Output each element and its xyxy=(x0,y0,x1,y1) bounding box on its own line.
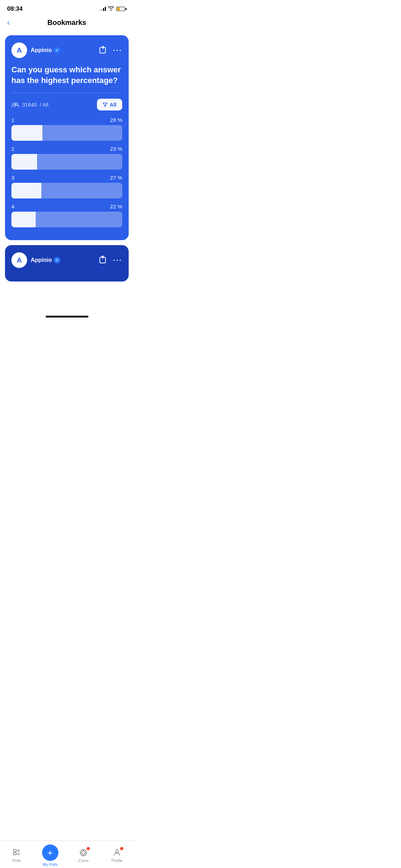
wifi-icon xyxy=(108,6,114,12)
home-indicator xyxy=(46,316,88,317)
card-divider xyxy=(11,93,122,93)
filter-button[interactable]: All xyxy=(97,99,122,110)
poll-card-1: A Appinio ✓ ··· Can you guess which answ… xyxy=(5,35,129,240)
bar-percent: 23 % xyxy=(110,146,122,152)
stats-row: 31640 / All All xyxy=(11,99,122,110)
status-icons xyxy=(99,6,127,12)
bar-item-4: 4 22 % xyxy=(11,203,122,227)
bar-track xyxy=(11,212,122,227)
bar-label-row: 1 28 % xyxy=(11,117,122,123)
verified-icon-2: ✓ xyxy=(54,257,60,263)
status-bar: 08:34 xyxy=(0,0,134,16)
card-actions: ··· xyxy=(99,46,122,55)
poll-card-2: A Appinio ✓ ··· xyxy=(5,245,129,281)
bar-percent: 22 % xyxy=(110,203,122,210)
bar-fill xyxy=(11,183,41,198)
bar-label: 3 xyxy=(11,175,14,181)
bar-label-row: 3 27 % xyxy=(11,175,122,181)
card2-header: A Appinio ✓ ··· xyxy=(11,252,122,268)
bar-percent: 27 % xyxy=(110,175,122,181)
more-button[interactable]: ··· xyxy=(113,46,122,55)
header: ‹ Bookmarks xyxy=(0,16,134,32)
more-button-2[interactable]: ··· xyxy=(113,256,122,264)
card2-author: A Appinio ✓ xyxy=(11,252,60,268)
bar-track xyxy=(11,183,122,198)
card2-actions: ··· xyxy=(99,255,122,265)
svg-rect-0 xyxy=(100,47,106,53)
page-title: Bookmarks xyxy=(47,19,86,27)
bar-label: 1 xyxy=(11,117,14,123)
share-button[interactable] xyxy=(99,46,107,55)
participant-count: 31640 / All xyxy=(11,102,48,108)
bar-label-row: 2 23 % xyxy=(11,146,122,152)
back-button[interactable]: ‹ xyxy=(7,18,10,27)
avatar-2: A xyxy=(11,252,27,268)
battery-icon xyxy=(116,7,127,11)
bar-track xyxy=(11,154,122,170)
bar-item-3: 3 27 % xyxy=(11,175,122,198)
signal-icon xyxy=(99,7,106,11)
author-name-2: Appinio ✓ xyxy=(31,257,60,263)
bar-track xyxy=(11,125,122,141)
verified-icon: ✓ xyxy=(54,47,60,53)
bar-fill xyxy=(11,212,36,227)
status-time: 08:34 xyxy=(7,5,22,12)
scroll-content: A Appinio ✓ ··· Can you guess which answ… xyxy=(0,32,134,314)
avatar: A xyxy=(11,42,27,58)
author-name: Appinio ✓ xyxy=(31,47,60,53)
poll-bars: 1 28 % 2 23 % 3 27 % 4 xyxy=(11,117,122,227)
card-header: A Appinio ✓ ··· xyxy=(11,42,122,58)
bar-percent: 28 % xyxy=(110,117,122,123)
share-button-2[interactable] xyxy=(99,255,107,265)
bar-item-2: 2 23 % xyxy=(11,146,122,170)
bar-fill xyxy=(11,125,42,141)
poll-question: Can you guess which answer has the highe… xyxy=(11,64,122,86)
card-author: A Appinio ✓ xyxy=(11,42,60,58)
bar-fill xyxy=(11,154,37,170)
bar-item-1: 1 28 % xyxy=(11,117,122,141)
bar-label: 2 xyxy=(11,146,14,152)
bar-label-row: 4 22 % xyxy=(11,203,122,210)
bar-label: 4 xyxy=(11,203,14,210)
